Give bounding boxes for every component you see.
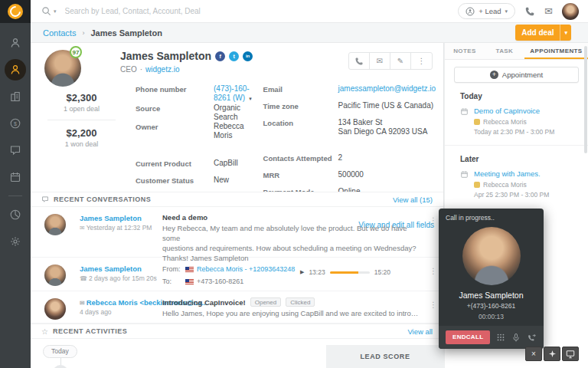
call-recording-player: ▶ 13:23 15:20 [300, 268, 390, 276]
message-timestamp: 4 days ago [80, 308, 112, 316]
open-deal-label: 1 open deal [31, 105, 132, 113]
tab-task[interactable]: TASK [485, 43, 524, 59]
call-duration: 00:00:13 [439, 313, 544, 320]
lead-score-panel: LEAD SCORE [326, 345, 444, 368]
row-menu-button[interactable]: ⋮ [430, 216, 437, 225]
add-deal-button[interactable]: Add deal ▾ [515, 25, 571, 41]
appointment-title-link[interactable]: Meeting with James. [474, 169, 580, 178]
appointments-later-heading: Later [460, 155, 588, 163]
edit-button[interactable]: ✎ [390, 53, 411, 69]
chevron-down-icon[interactable]: ▾ [249, 96, 252, 101]
conversation-email-row[interactable]: ✉Rebecca Moris <beckiemoris@ca... 4 days… [31, 291, 443, 324]
caller-name-link[interactable]: Rebecca Moris [197, 265, 243, 273]
lead-score-badge: 97 [70, 46, 82, 58]
appointment-item[interactable]: Demo of CapInvoice Rebecca Moris Today a… [460, 107, 580, 136]
top-navbar: ▾ + Lead ▾ ✉ [31, 0, 588, 23]
chevron-down-icon[interactable]: ▾ [560, 25, 571, 41]
call-controls: ENDCALL [439, 326, 544, 349]
sender-name-link[interactable]: James Sampleton [80, 214, 142, 222]
sidebar-item-settings[interactable] [5, 231, 26, 252]
phone-icon[interactable] [524, 6, 535, 17]
transfer-call-icon[interactable] [527, 333, 537, 343]
calendar-icon [460, 107, 469, 116]
conversation-email-row[interactable]: James Sampleton ✉Yesterday at 12:32 PM N… [31, 207, 443, 258]
total-time: 15:20 [374, 268, 390, 276]
email-value[interactable]: jamessampleton@widgetz.io [338, 84, 436, 94]
user-avatar[interactable] [562, 3, 579, 20]
search-input[interactable] [64, 6, 293, 16]
twitter-icon[interactable]: t [229, 51, 239, 61]
appointment-time: Apr 25 2:30 PM - 3:00 PM [474, 191, 580, 199]
appointment-time: Today at 2:30 PM - 3:00 PM [474, 128, 580, 136]
section-title: RECENT CONVERSATIONS [54, 196, 151, 203]
call-status-text: Call in progress.. [439, 209, 544, 222]
sidebar-item-conversations[interactable] [5, 140, 26, 161]
search-scope-caret-icon[interactable]: ▾ [54, 8, 57, 15]
building-icon [9, 90, 21, 103]
email-subject[interactable]: Need a demo [162, 213, 207, 222]
linkedin-icon[interactable]: in [243, 51, 253, 61]
customer-status-value: New [214, 176, 257, 185]
tab-appointments[interactable]: APPOINTMENTS [524, 43, 588, 59]
row-menu-button[interactable]: ⋮ [430, 301, 437, 309]
sidebar-item-reports[interactable] [5, 204, 26, 225]
progress-bar[interactable] [330, 271, 370, 274]
mail-icon[interactable]: ✉ [544, 5, 553, 17]
dialpad-icon[interactable] [496, 333, 505, 342]
facebook-icon[interactable]: f [215, 51, 225, 61]
end-call-button[interactable]: ENDCALL [446, 330, 490, 344]
field-label: MRR [263, 170, 338, 179]
conversation-call-row[interactable]: James Sampleton ☎2 days ago for 15m 20s … [31, 258, 443, 291]
more-options-button[interactable]: ⋮ [411, 53, 432, 69]
sender-name-link[interactable]: James Sampleton [80, 264, 142, 273]
phone-number-value[interactable]: (473)-160-8261 (W) [214, 84, 250, 102]
contact-company-link[interactable]: widgetz.io [145, 65, 179, 74]
play-icon[interactable]: ▶ [300, 269, 304, 275]
monitor-icon[interactable] [562, 347, 579, 361]
sidebar-item-accounts[interactable] [5, 86, 26, 107]
quick-add-lead-button[interactable]: + Lead ▾ [458, 3, 515, 19]
appointment-owner: Rebecca Moris [483, 118, 527, 126]
contacts-attempted-value: 2 [338, 153, 436, 163]
email-body: Hello James, Hope you are enjoying using… [162, 308, 420, 318]
scrollbar[interactable] [584, 46, 587, 153]
close-icon[interactable]: × [525, 347, 542, 361]
mute-microphone-icon[interactable] [511, 333, 521, 343]
email-subject[interactable]: Introducing CapInvoice! [162, 298, 246, 307]
row-menu-button[interactable]: ⋮ [430, 267, 437, 275]
callee-phone: +(473)-160-8261 [439, 302, 544, 310]
sidebar-item-leads[interactable] [5, 32, 26, 54]
sidebar-item-deals[interactable]: $ [5, 113, 26, 134]
plus-icon: + [490, 71, 498, 79]
breadcrumb-contacts-link[interactable]: Contacts [43, 28, 76, 38]
field-label: Contacts Attempted [263, 153, 338, 163]
person-card-icon [9, 64, 21, 76]
panel-divider [445, 145, 588, 146]
opened-badge: Opened [250, 297, 281, 307]
conversations-icon [41, 196, 49, 203]
view-all-conversations-link[interactable]: View all (15) [393, 196, 433, 204]
tab-notes[interactable]: NOTES [445, 43, 485, 59]
lead-button-label: + Lead [479, 7, 501, 15]
deal-stats: $2,300 1 open deal $2,200 1 won deal [31, 92, 132, 148]
add-appointment-button[interactable]: + Appointment [454, 67, 579, 83]
appointment-item[interactable]: Meeting with James. Rebecca Moris Apr 25… [460, 169, 580, 199]
sidebar-item-contacts[interactable] [5, 59, 26, 80]
contact-fields: Phone number (473)-160-8261 (W)▾ Source … [136, 84, 436, 209]
sparkle-icon[interactable] [544, 347, 560, 361]
view-all-activities-link[interactable]: View all [407, 327, 433, 336]
app-logo[interactable] [0, 0, 31, 23]
callee-name: James Sampleton [439, 291, 544, 300]
call-button[interactable] [349, 53, 370, 69]
appointment-title-link[interactable]: Demo of CapInvoice [474, 107, 580, 115]
appointments-today-heading: Today [460, 92, 588, 100]
sidebar-item-calendar[interactable] [5, 166, 26, 188]
section-title: RECENT ACTIVITIES [53, 327, 127, 335]
chevron-down-icon: ▾ [505, 8, 508, 15]
email-button[interactable]: ✉ [370, 53, 390, 69]
avatar [44, 214, 66, 235]
current-product-value: CapBill [214, 159, 257, 168]
search-icon[interactable] [41, 6, 51, 16]
field-label: Source [136, 104, 214, 113]
contact-action-group: ✉ ✎ ⋮ [348, 52, 433, 70]
